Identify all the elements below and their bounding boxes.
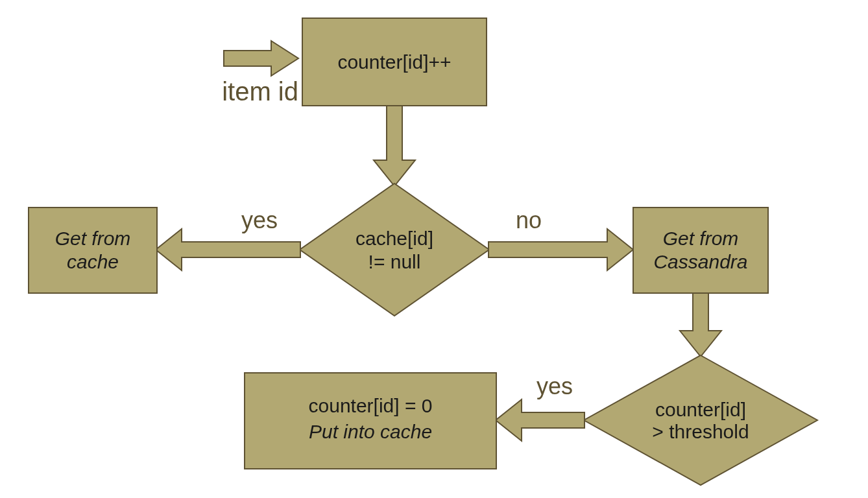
svg-marker-10: [496, 399, 585, 441]
flowchart: item id counter[id]++ cache[id] != null …: [0, 0, 868, 498]
node-put-into-cache-line2: Put into cache: [309, 421, 432, 442]
node-counter-increment-text: counter[id]++: [337, 51, 451, 73]
node-get-from-cassandra-line2: Cassandra: [653, 251, 747, 272]
edge-label-cache-yes: yes: [241, 207, 278, 233]
input-label: item id: [222, 77, 298, 106]
node-cache-check: cache[id] != null: [300, 184, 489, 316]
edge-label-threshold-yes: yes: [536, 373, 573, 399]
node-get-from-cassandra: Get from Cassandra: [633, 208, 768, 293]
node-put-into-cache: counter[id] = 0 Put into cache: [245, 373, 496, 469]
node-get-from-cassandra-line1: Get from: [663, 228, 739, 249]
node-threshold-check-line2: > threshold: [652, 421, 749, 442]
arrow-cachecheck-no: [488, 229, 633, 270]
svg-marker-4: [156, 229, 300, 270]
node-get-from-cache: Get from cache: [29, 208, 157, 293]
arrow-cachecheck-yes: [156, 229, 300, 270]
arrow-counter-to-cachecheck: [374, 106, 415, 186]
node-put-into-cache-line1: counter[id] = 0: [309, 395, 433, 416]
svg-marker-8: [680, 293, 721, 357]
node-threshold-check-line1: counter[id]: [655, 399, 746, 420]
node-cache-check-line2: != null: [368, 251, 421, 272]
node-get-from-cache-line2: cache: [67, 251, 119, 272]
arrow-cassandra-to-threshold: [680, 293, 721, 357]
svg-marker-9: [584, 355, 817, 485]
svg-marker-2: [374, 106, 415, 186]
svg-rect-5: [29, 208, 157, 293]
svg-marker-6: [488, 229, 633, 270]
node-get-from-cache-line1: Get from: [55, 228, 131, 249]
svg-marker-3: [300, 184, 489, 316]
node-counter-increment: counter[id]++: [302, 18, 487, 106]
node-cache-check-line1: cache[id]: [356, 228, 433, 249]
svg-rect-7: [633, 208, 768, 293]
input-arrow-icon: [224, 41, 298, 76]
edge-label-cache-no: no: [516, 207, 542, 233]
node-threshold-check: counter[id] > threshold: [584, 355, 817, 485]
arrow-threshold-yes: [496, 399, 585, 441]
svg-marker-0: [224, 41, 298, 76]
